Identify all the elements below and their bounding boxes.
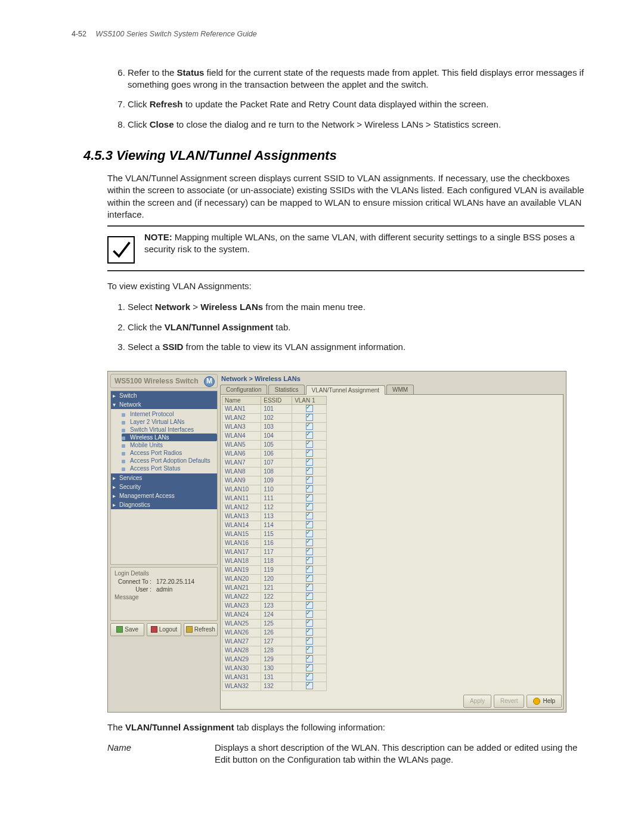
table-row[interactable]: WLAN22122 — [222, 592, 327, 601]
cell-vlan1[interactable] — [292, 610, 327, 619]
checkbox-checked-icon[interactable] — [306, 566, 313, 573]
checkbox-checked-icon[interactable] — [306, 602, 313, 609]
table-row[interactable]: WLAN5105 — [222, 440, 327, 449]
save-button[interactable]: Save — [110, 623, 144, 636]
tree-item[interactable]: Mobile Units — [122, 441, 217, 449]
checkbox-checked-icon[interactable] — [306, 673, 313, 680]
checkbox-checked-icon[interactable] — [306, 539, 313, 546]
table-row[interactable]: WLAN9109 — [222, 476, 327, 485]
table-row[interactable]: WLAN24124 — [222, 610, 327, 619]
cell-vlan1[interactable] — [292, 458, 327, 467]
cell-vlan1[interactable] — [292, 574, 327, 583]
revert-button[interactable]: Revert — [494, 695, 524, 708]
cell-vlan1[interactable] — [292, 413, 327, 422]
checkbox-checked-icon[interactable] — [306, 521, 313, 528]
cell-vlan1[interactable] — [292, 529, 327, 538]
checkbox-checked-icon[interactable] — [306, 557, 313, 564]
table-row[interactable]: WLAN26126 — [222, 628, 327, 637]
cell-vlan1[interactable] — [292, 547, 327, 556]
logout-button[interactable]: Logout — [147, 623, 181, 636]
checkbox-checked-icon[interactable] — [306, 584, 313, 591]
cell-vlan1[interactable] — [292, 503, 327, 512]
table-row[interactable]: WLAN27127 — [222, 637, 327, 646]
checkbox-checked-icon[interactable] — [306, 459, 313, 466]
checkbox-checked-icon[interactable] — [306, 494, 313, 501]
help-button[interactable]: Help — [527, 695, 562, 708]
table-row[interactable]: WLAN4104 — [222, 431, 327, 440]
column-header[interactable]: ESSID — [261, 396, 292, 404]
table-row[interactable]: WLAN3103 — [222, 422, 327, 431]
tab[interactable]: WMM — [386, 385, 414, 394]
cell-vlan1[interactable] — [292, 682, 327, 690]
table-row[interactable]: WLAN1101 — [222, 404, 327, 413]
checkbox-checked-icon[interactable] — [306, 414, 313, 421]
checkbox-checked-icon[interactable] — [306, 620, 313, 627]
table-row[interactable]: WLAN14114 — [222, 521, 327, 529]
table-row[interactable]: WLAN25125 — [222, 619, 327, 628]
checkbox-checked-icon[interactable] — [306, 432, 313, 439]
cell-vlan1[interactable] — [292, 449, 327, 458]
checkbox-checked-icon[interactable] — [306, 423, 313, 430]
cell-vlan1[interactable] — [292, 476, 327, 485]
table-row[interactable]: WLAN11111 — [222, 494, 327, 503]
tree-item[interactable]: Internet Protocol — [122, 410, 217, 418]
table-row[interactable]: WLAN12112 — [222, 503, 327, 512]
table-row[interactable]: WLAN20120 — [222, 574, 327, 583]
table-row[interactable]: WLAN23123 — [222, 601, 327, 610]
checkbox-checked-icon[interactable] — [306, 503, 313, 510]
table-row[interactable]: WLAN32132 — [222, 682, 327, 690]
table-row[interactable]: WLAN8108 — [222, 467, 327, 476]
tree-item[interactable]: Access Port Status — [122, 465, 217, 472]
cell-vlan1[interactable] — [292, 494, 327, 503]
table-row[interactable]: WLAN15115 — [222, 529, 327, 538]
checkbox-checked-icon[interactable] — [306, 646, 313, 654]
checkbox-checked-icon[interactable] — [306, 530, 313, 537]
checkbox-checked-icon[interactable] — [306, 575, 313, 582]
nav-network[interactable]: Network — [111, 400, 217, 409]
cell-vlan1[interactable] — [292, 431, 327, 440]
cell-vlan1[interactable] — [292, 565, 327, 574]
checkbox-checked-icon[interactable] — [306, 548, 313, 555]
cell-vlan1[interactable] — [292, 538, 327, 547]
table-row[interactable]: WLAN19119 — [222, 565, 327, 574]
apply-button[interactable]: Apply — [463, 695, 491, 708]
checkbox-checked-icon[interactable] — [306, 512, 313, 519]
table-row[interactable]: WLAN30130 — [222, 664, 327, 673]
checkbox-checked-icon[interactable] — [306, 655, 313, 662]
refresh-button[interactable]: Refresh — [184, 623, 218, 636]
cell-vlan1[interactable] — [292, 422, 327, 431]
cell-vlan1[interactable] — [292, 664, 327, 673]
checkbox-checked-icon[interactable] — [306, 628, 313, 636]
tree-item[interactable]: Wireless LANs — [122, 433, 217, 441]
cell-vlan1[interactable] — [292, 556, 327, 565]
cell-vlan1[interactable] — [292, 628, 327, 637]
cell-vlan1[interactable] — [292, 521, 327, 529]
cell-vlan1[interactable] — [292, 673, 327, 682]
tree-item[interactable]: Access Port Radios — [122, 449, 217, 457]
cell-vlan1[interactable] — [292, 485, 327, 494]
table-row[interactable]: WLAN28128 — [222, 646, 327, 655]
table-row[interactable]: WLAN29129 — [222, 655, 327, 664]
table-row[interactable]: WLAN13113 — [222, 512, 327, 521]
checkbox-checked-icon[interactable] — [306, 637, 313, 645]
nav-services[interactable]: Services — [111, 473, 217, 482]
table-row[interactable]: WLAN6106 — [222, 449, 327, 458]
tree-item[interactable]: Switch Virtual Interfaces — [122, 426, 217, 433]
cell-vlan1[interactable] — [292, 592, 327, 601]
checkbox-checked-icon[interactable] — [306, 441, 313, 448]
cell-vlan1[interactable] — [292, 404, 327, 413]
table-row[interactable]: WLAN7107 — [222, 458, 327, 467]
tree-item[interactable]: Layer 2 Virtual LANs — [122, 418, 217, 426]
cell-vlan1[interactable] — [292, 440, 327, 449]
cell-vlan1[interactable] — [292, 637, 327, 646]
checkbox-checked-icon[interactable] — [306, 664, 313, 671]
table-row[interactable]: WLAN21121 — [222, 583, 327, 592]
cell-vlan1[interactable] — [292, 583, 327, 592]
tab[interactable]: Configuration — [220, 385, 267, 394]
tree-item[interactable]: Access Port Adoption Defaults — [122, 457, 217, 465]
checkbox-checked-icon[interactable] — [306, 476, 313, 484]
checkbox-checked-icon[interactable] — [306, 611, 313, 618]
table-row[interactable]: WLAN16116 — [222, 538, 327, 547]
column-header[interactable]: Name — [222, 396, 261, 404]
nav-diagnostics[interactable]: Diagnostics — [111, 500, 217, 509]
